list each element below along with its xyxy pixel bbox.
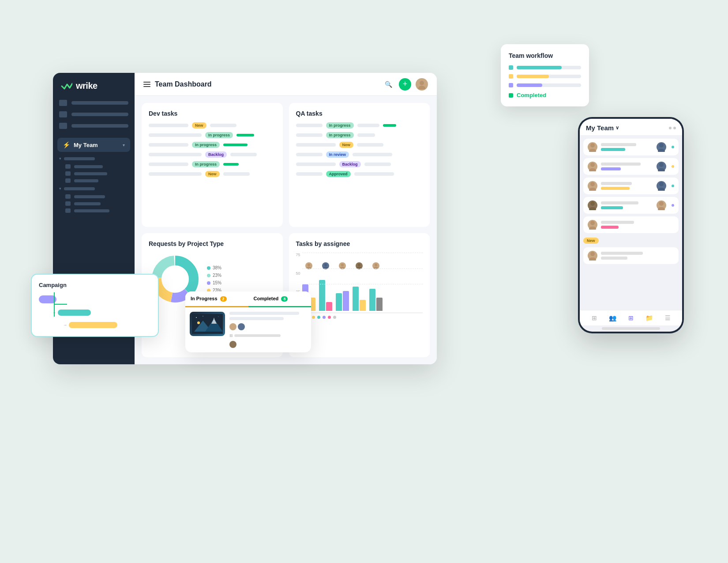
nav-row-2 xyxy=(59,111,128,117)
donut-legend: 38% 23% 15% 23% xyxy=(207,265,221,293)
y-label: 75 xyxy=(296,253,300,257)
sub-item[interactable] xyxy=(59,201,128,206)
workflow-dot xyxy=(509,65,513,70)
svg-point-12 xyxy=(340,267,345,268)
phone-list-item[interactable] xyxy=(583,178,679,194)
status-badge: In progress xyxy=(192,161,220,167)
sub-item[interactable] xyxy=(59,208,128,213)
phone-nav-folder[interactable]: 📁 xyxy=(645,314,654,322)
workflow-bar-fill xyxy=(517,66,562,69)
gantt-card: Campaign → → xyxy=(31,274,159,337)
phone-list-item[interactable] xyxy=(583,247,679,264)
status-badge: New xyxy=(339,142,354,148)
phone-avatar xyxy=(588,200,597,210)
task-line xyxy=(357,133,375,137)
sub-group-header: ▾ xyxy=(59,186,128,191)
task-line xyxy=(149,133,202,137)
svg-point-1 xyxy=(418,86,425,89)
svg-point-21 xyxy=(590,162,595,167)
search-button[interactable]: 🔍 xyxy=(382,78,394,91)
svg-point-39 xyxy=(203,316,203,317)
phone-list-item[interactable] xyxy=(583,197,679,214)
bar-segment xyxy=(343,291,349,311)
progress-avatar xyxy=(229,323,236,330)
gantt-h-connector xyxy=(54,304,67,305)
phone-nav-people[interactable]: 👥 xyxy=(608,314,617,322)
y-label: 50 xyxy=(296,271,300,276)
phone-nav-home[interactable]: ⊞ xyxy=(590,314,599,322)
phone-nav-grid[interactable]: ⊞ xyxy=(627,314,635,322)
progress-avatars-2 xyxy=(229,341,307,348)
subtask-line xyxy=(234,334,281,337)
phone-title-text: My Team xyxy=(586,124,614,132)
progress-bar xyxy=(236,134,254,136)
gantt-rows: → → xyxy=(39,295,151,329)
bar-avatar xyxy=(339,262,346,269)
bar-segments xyxy=(369,271,383,311)
task-row: Backlog xyxy=(149,151,276,158)
svg-point-34 xyxy=(589,227,596,230)
phone-screen: My Team ∨ xyxy=(580,119,682,332)
phone-header-dots xyxy=(669,127,676,129)
sub-group-1: ▾ xyxy=(59,156,128,183)
subtask-icon: ⊞ xyxy=(229,333,233,338)
in-progress-tab[interactable]: In Progress 2 xyxy=(185,291,248,307)
task-row: In review xyxy=(296,151,423,158)
phone-avatar-right xyxy=(657,181,666,191)
bar-avatar xyxy=(372,262,379,269)
my-team-button[interactable]: ⚡ My Team ▾ xyxy=(57,138,130,152)
status-badge: Backlog xyxy=(339,161,361,167)
legend-dot xyxy=(207,281,210,285)
task-line xyxy=(296,153,323,156)
phone-nav-menu[interactable]: ☰ xyxy=(663,314,672,322)
sub-item-line xyxy=(74,179,98,182)
progress-bar xyxy=(383,124,396,127)
user-avatar[interactable] xyxy=(416,78,428,91)
sidebar-nav xyxy=(53,100,135,129)
hamburger-button[interactable] xyxy=(143,82,150,87)
phone-status-dot xyxy=(672,146,674,148)
workflow-rows: Completed xyxy=(509,65,581,98)
workflow-completed-label: Completed xyxy=(517,92,546,98)
gantt-title: Campaign xyxy=(39,282,151,288)
svg-point-16 xyxy=(374,267,378,268)
add-button[interactable]: + xyxy=(399,78,411,91)
requests-title: Requests by Project Type xyxy=(149,240,276,247)
task-line xyxy=(296,162,336,166)
bar-segment xyxy=(360,300,366,311)
svg-point-9 xyxy=(324,264,327,266)
status-badge: Approved xyxy=(326,171,351,177)
sub-item-line xyxy=(74,172,107,175)
bar-segment xyxy=(336,293,342,311)
team-label: My Team xyxy=(74,142,119,148)
sub-item[interactable] xyxy=(59,171,128,176)
svg-point-18 xyxy=(589,149,596,152)
task-line xyxy=(364,162,391,166)
sub-item[interactable] xyxy=(59,178,128,183)
sub-item[interactable] xyxy=(59,164,128,169)
gantt-row xyxy=(39,295,151,304)
phone-list-item[interactable] xyxy=(583,158,679,175)
task-line xyxy=(357,143,383,147)
phone-list-item[interactable] xyxy=(583,216,679,233)
sub-item[interactable] xyxy=(59,194,128,199)
phone-row-lines xyxy=(601,182,653,190)
sub-header-line xyxy=(64,157,95,160)
sub-group-header: ▾ xyxy=(59,156,128,161)
phone-avatar xyxy=(588,162,597,171)
progress-card: In Progress 2 Completed 8 xyxy=(185,291,311,352)
sub-item-line xyxy=(74,202,101,205)
qa-tasks-title: QA tasks xyxy=(296,110,423,117)
progress-tabs: In Progress 2 Completed 8 xyxy=(185,291,311,307)
phone-list-item[interactable] xyxy=(583,139,679,155)
in-progress-count: 2 xyxy=(220,296,227,302)
bar-segment xyxy=(319,280,325,311)
phone-row-lines xyxy=(601,162,653,170)
completed-tab[interactable]: Completed 8 xyxy=(248,291,311,307)
progress-content: ⊞ xyxy=(185,307,311,352)
svg-point-17 xyxy=(590,143,595,147)
phone-avatar-right xyxy=(657,142,666,152)
sub-header-line xyxy=(64,187,95,190)
task-row: Approved xyxy=(296,171,423,177)
sub-arrow-icon: ▾ xyxy=(59,186,61,191)
